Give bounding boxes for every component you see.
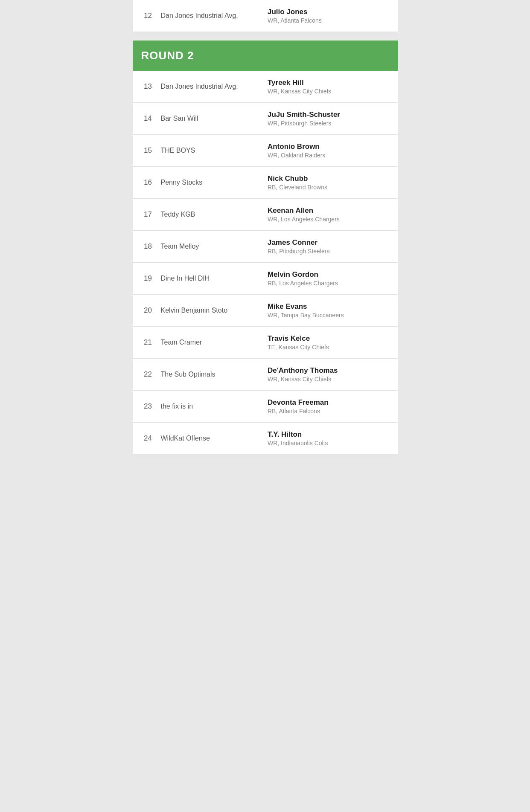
round2-picks-section: 13 Dan Jones Industrial Avg. Tyreek Hill… xyxy=(133,71,398,454)
pick-row: 12 Dan Jones Industrial Avg. Julio Jones… xyxy=(133,0,398,32)
pick-number: 13 xyxy=(140,82,157,91)
player-name: Antonio Brown xyxy=(268,142,391,151)
player-details: WR, Los Angeles Chargers xyxy=(268,216,391,223)
pick-row: 21 Team Cramer Travis Kelce TE, Kansas C… xyxy=(133,327,398,359)
player-info: De'Anthony Thomas WR, Kansas City Chiefs xyxy=(263,366,391,383)
pick-row: 19 Dine In Hell DIH Melvin Gordon RB, Lo… xyxy=(133,263,398,295)
team-name: Dan Jones Industrial Avg. xyxy=(157,12,263,20)
player-info: Nick Chubb RB, Cleveland Browns xyxy=(263,174,391,191)
divider xyxy=(133,32,398,35)
team-name: Bar San Will xyxy=(157,115,263,122)
round2-header: ROUND 2 xyxy=(133,41,398,71)
pick-row: 14 Bar San Will JuJu Smith-Schuster WR, … xyxy=(133,103,398,135)
team-name: Penny Stocks xyxy=(157,179,263,186)
team-name: THE BOYS xyxy=(157,147,263,154)
pick-number: 17 xyxy=(140,210,157,219)
player-details: RB, Atlanta Falcons xyxy=(268,408,391,415)
pick-row: 16 Penny Stocks Nick Chubb RB, Cleveland… xyxy=(133,167,398,199)
team-name: Team Melloy xyxy=(157,243,263,250)
team-name: Kelvin Benjamin Stoto xyxy=(157,307,263,314)
pick-number: 20 xyxy=(140,306,157,315)
player-details: TE, Kansas City Chiefs xyxy=(268,344,391,351)
player-details: RB, Pittsburgh Steelers xyxy=(268,248,391,255)
round1-last-pick-section: 12 Dan Jones Industrial Avg. Julio Jones… xyxy=(133,0,398,35)
player-name: Nick Chubb xyxy=(268,174,391,183)
player-info: JuJu Smith-Schuster WR, Pittsburgh Steel… xyxy=(263,110,391,127)
player-details: WR, Indianapolis Colts xyxy=(268,440,391,447)
player-details: WR, Pittsburgh Steelers xyxy=(268,120,391,127)
player-info: Antonio Brown WR, Oakland Raiders xyxy=(263,142,391,159)
player-info: Keenan Allen WR, Los Angeles Chargers xyxy=(263,206,391,223)
player-info: Julio Jones WR, Atlanta Falcons xyxy=(263,8,391,24)
team-name: WildKat Offense xyxy=(157,435,263,442)
team-name: The Sub Optimals xyxy=(157,371,263,378)
pick-row: 17 Teddy KGB Keenan Allen WR, Los Angele… xyxy=(133,199,398,231)
pick-row: 18 Team Melloy James Conner RB, Pittsbur… xyxy=(133,231,398,263)
player-info: Mike Evans WR, Tampa Bay Buccaneers xyxy=(263,302,391,319)
player-name: Melvin Gordon xyxy=(268,270,391,279)
player-info: T.Y. Hilton WR, Indianapolis Colts xyxy=(263,430,391,447)
player-details: RB, Los Angeles Chargers xyxy=(268,280,391,287)
pick-row: 23 the fix is in Devonta Freeman RB, Atl… xyxy=(133,391,398,423)
pick-number: 15 xyxy=(140,146,157,155)
pick-row: 22 The Sub Optimals De'Anthony Thomas WR… xyxy=(133,359,398,391)
player-info: James Conner RB, Pittsburgh Steelers xyxy=(263,238,391,255)
team-name: Dan Jones Industrial Avg. xyxy=(157,83,263,90)
player-name: James Conner xyxy=(268,238,391,247)
pick-number: 21 xyxy=(140,338,157,347)
pick-number: 22 xyxy=(140,370,157,379)
player-details: WR, Kansas City Chiefs xyxy=(268,376,391,383)
player-name: JuJu Smith-Schuster xyxy=(268,110,391,119)
pick-number: 19 xyxy=(140,274,157,283)
player-name: Devonta Freeman xyxy=(268,398,391,407)
pick-row: 15 THE BOYS Antonio Brown WR, Oakland Ra… xyxy=(133,135,398,167)
player-name: Tyreek Hill xyxy=(268,78,391,87)
player-details: WR, Tampa Bay Buccaneers xyxy=(268,312,391,319)
player-info: Travis Kelce TE, Kansas City Chiefs xyxy=(263,334,391,351)
player-info: Devonta Freeman RB, Atlanta Falcons xyxy=(263,398,391,415)
round2-label: ROUND 2 xyxy=(141,49,194,62)
player-name: Keenan Allen xyxy=(268,206,391,215)
player-name: Julio Jones xyxy=(268,8,391,16)
player-name: De'Anthony Thomas xyxy=(268,366,391,375)
player-name: Travis Kelce xyxy=(268,334,391,343)
player-name: T.Y. Hilton xyxy=(268,430,391,439)
player-details: WR, Atlanta Falcons xyxy=(268,17,391,24)
team-name: the fix is in xyxy=(157,403,263,410)
player-info: Tyreek Hill WR, Kansas City Chiefs xyxy=(263,78,391,95)
pick-row: 20 Kelvin Benjamin Stoto Mike Evans WR, … xyxy=(133,295,398,327)
player-details: WR, Oakland Raiders xyxy=(268,152,391,159)
pick-number: 16 xyxy=(140,178,157,187)
team-name: Dine In Hell DIH xyxy=(157,275,263,282)
pick-number: 14 xyxy=(140,114,157,123)
pick-row: 13 Dan Jones Industrial Avg. Tyreek Hill… xyxy=(133,71,398,103)
pick-row: 24 WildKat Offense T.Y. Hilton WR, India… xyxy=(133,423,398,454)
team-name: Teddy KGB xyxy=(157,211,263,218)
player-name: Mike Evans xyxy=(268,302,391,311)
player-details: WR, Kansas City Chiefs xyxy=(268,88,391,95)
player-details: RB, Cleveland Browns xyxy=(268,184,391,191)
pick-number: 24 xyxy=(140,434,157,443)
team-name: Team Cramer xyxy=(157,339,263,346)
pick-number: 23 xyxy=(140,402,157,411)
pick-number: 18 xyxy=(140,242,157,251)
player-info: Melvin Gordon RB, Los Angeles Chargers xyxy=(263,270,391,287)
pick-number: 12 xyxy=(140,12,157,20)
